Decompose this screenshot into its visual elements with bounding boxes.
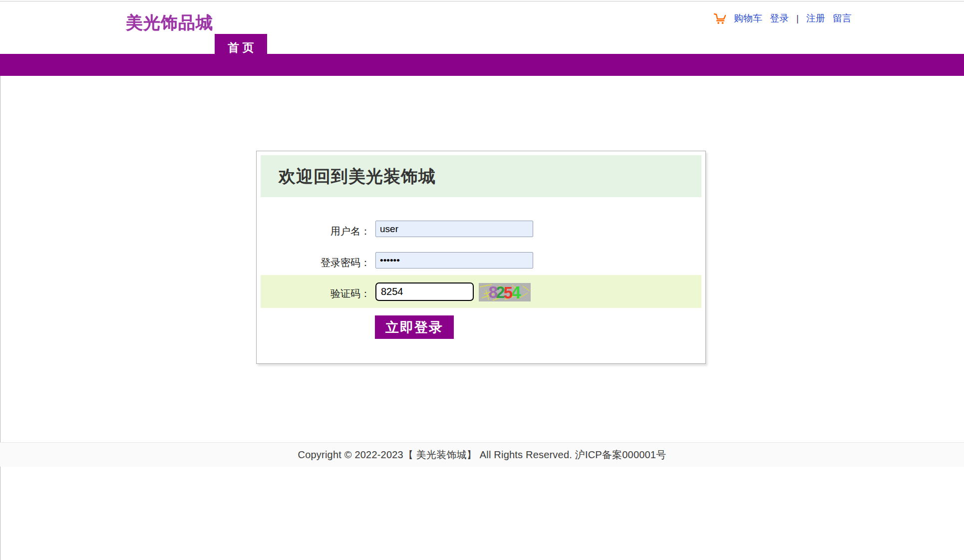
captcha-label: 验证码： (257, 287, 370, 300)
captcha-input[interactable] (375, 282, 474, 301)
site-logo[interactable]: 美光饰品城 (126, 11, 213, 34)
password-input[interactable] (375, 252, 533, 269)
nav-message-link[interactable]: 留言 (833, 12, 852, 25)
nav-cart-link[interactable]: 购物车 (734, 12, 762, 25)
nav-register-link[interactable]: 注册 (806, 12, 825, 25)
login-title: 欢迎回到美光装饰城 (261, 155, 701, 197)
captcha-image[interactable]: 8 2 5 4 (479, 283, 531, 301)
page-footer: Copyright © 2022-2023【 美光装饰城】 All Rights… (0, 442, 964, 467)
nav-separator: | (796, 13, 799, 24)
password-label: 登录密码： (257, 256, 370, 270)
nav-login-link[interactable]: 登录 (770, 12, 789, 25)
copyright-text: Copyright © 2022-2023【 美光装饰城】 All Rights… (298, 448, 666, 462)
login-panel-header: 欢迎回到美光装饰城 (261, 155, 701, 197)
login-submit-button[interactable]: 立即登录 (375, 315, 454, 339)
top-nav: 购物车 登录 | 注册 留言 (713, 10, 852, 26)
captcha-digits: 8 2 5 4 (479, 283, 531, 301)
username-label: 用户名： (257, 225, 370, 238)
window-left-edge (0, 1, 0, 560)
username-input[interactable] (375, 221, 533, 237)
login-panel: 欢迎回到美光装饰城 用户名： 登录密码： 验证码： (256, 151, 706, 364)
site-header: 美光饰品城 购物车 登录 | 注册 留言 首 页 (0, 1, 964, 54)
shopping-cart-icon[interactable] (713, 12, 726, 24)
page: 美光饰品城 购物车 登录 | 注册 留言 首 页 欢迎回到美光装饰城 用户名： (0, 0, 964, 560)
main-nav-bar (0, 54, 964, 76)
